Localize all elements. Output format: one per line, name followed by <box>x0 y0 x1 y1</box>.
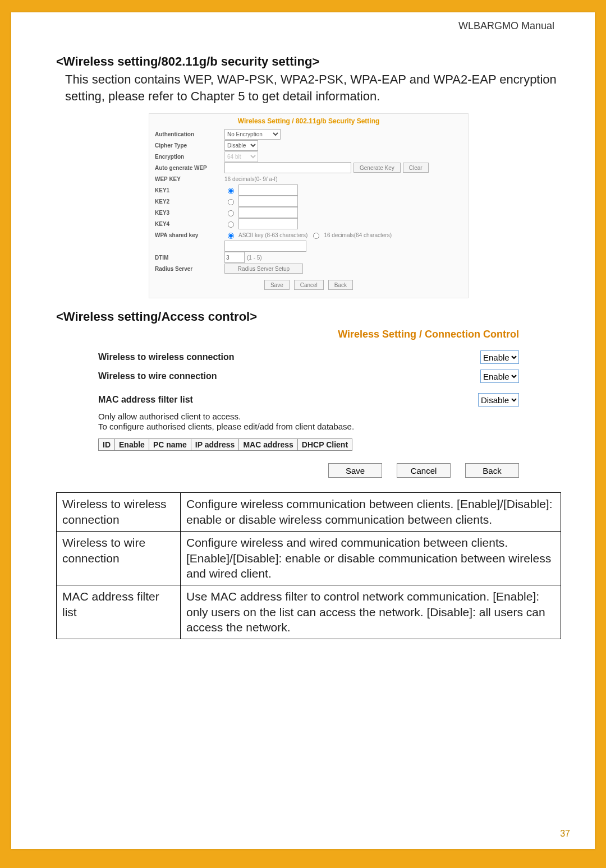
cc-mac-label: MAC address filter list <box>98 395 193 405</box>
cc-mac-select[interactable]: Disable <box>478 393 519 407</box>
key1-label: KEY1 <box>155 187 222 193</box>
exp-v-1: Configure wireless and wired communicati… <box>181 531 561 585</box>
sec-save-button[interactable]: Save <box>264 280 290 290</box>
key3-label: KEY3 <box>155 210 222 216</box>
mac-filter-table: ID Enable PC name IP address MAC address… <box>98 438 352 451</box>
page: WLBARGMO Manual <Wireless setting/802.11… <box>11 12 595 849</box>
radius-setup-button[interactable]: Radius Server Setup <box>224 264 303 274</box>
section-body-security: This section contains WEP, WAP-PSK, WPA2… <box>56 71 561 104</box>
autogen-label: Auto generate WEP <box>155 165 222 171</box>
key3-radio[interactable] <box>228 210 234 216</box>
key1-input[interactable] <box>238 184 298 196</box>
security-settings-panel: Wireless Setting / 802.11g/b Security Se… <box>149 113 469 298</box>
cipher-select[interactable]: Disable <box>224 140 258 151</box>
cipher-label: Cipher Type <box>155 142 222 149</box>
mac-col-pcname: PC name <box>149 439 191 451</box>
cc-title: Wireless Setting / Connection Control <box>98 329 519 340</box>
wpa-label: WPA shared key <box>155 232 222 238</box>
manual-title: WLBARGMO Manual <box>56 20 561 32</box>
radius-label: Radius Server <box>155 266 222 272</box>
auth-label: Authentication <box>155 131 222 137</box>
generate-key-button[interactable]: Generate Key <box>354 163 401 173</box>
cc-back-button[interactable]: Back <box>465 463 519 478</box>
cc-w2w-label: Wireless to wireless connection <box>98 352 235 362</box>
dtim-range: (1 - 5) <box>247 255 262 261</box>
enc-label: Encryption <box>155 154 222 160</box>
key4-radio[interactable] <box>228 221 234 228</box>
cc-w2w-select[interactable]: Enable <box>480 350 519 364</box>
connection-control-panel: Wireless Setting / Connection Control Wi… <box>98 329 519 478</box>
exp-v-0: Configure wireless communication between… <box>181 493 561 531</box>
clear-button[interactable]: Clear <box>403 163 429 173</box>
sec-back-button[interactable]: Back <box>328 280 353 290</box>
cc-save-button[interactable]: Save <box>328 463 382 478</box>
exp-k-1: Wireless to wire connection <box>57 531 181 585</box>
cc-cancel-button[interactable]: Cancel <box>397 463 451 478</box>
mac-col-mac: MAC address <box>239 439 297 451</box>
page-number: 37 <box>560 829 570 839</box>
sec-cancel-button[interactable]: Cancel <box>294 280 324 290</box>
mac-col-enable: Enable <box>115 439 149 451</box>
key4-input[interactable] <box>238 218 298 229</box>
key4-label: KEY4 <box>155 221 222 227</box>
dtim-label: DTIM <box>155 255 222 261</box>
ascii-radio[interactable] <box>228 233 234 239</box>
explanation-table: Wireless to wireless connection Configur… <box>56 492 561 639</box>
mac-col-ip: IP address <box>191 439 239 451</box>
dtim-input[interactable] <box>224 252 245 263</box>
section-title-security: <Wireless setting/802.11g/b security set… <box>56 54 561 69</box>
key3-input[interactable] <box>238 207 298 218</box>
mac-col-id: ID <box>99 439 115 451</box>
auth-select[interactable]: No Encryption <box>224 129 281 140</box>
cc-w2wire-select[interactable]: Enable <box>480 370 519 383</box>
security-panel-title: Wireless Setting / 802.11g/b Security Se… <box>155 117 462 125</box>
cc-w2wire-label: Wireless to wire connection <box>98 371 217 381</box>
enc-select: 64 bit <box>224 151 258 162</box>
ascii-label: ASCII key (8-63 characters) <box>238 232 307 238</box>
exp-v-2: Use MAC address filter to control networ… <box>181 585 561 639</box>
key2-input[interactable] <box>238 196 298 207</box>
dec64-label: 16 decimals(64 characters) <box>324 232 392 238</box>
cc-helper2: To configure authorised clients, please … <box>98 421 519 432</box>
dec64-radio[interactable] <box>313 233 319 239</box>
wepkey-label: WEP KEY <box>155 176 222 182</box>
key2-label: KEY2 <box>155 198 222 205</box>
key2-radio[interactable] <box>228 199 234 205</box>
autogen-input[interactable] <box>224 162 351 173</box>
key1-radio[interactable] <box>228 188 234 194</box>
exp-k-2: MAC address filter list <box>57 585 181 639</box>
wpa-input[interactable] <box>224 241 306 252</box>
section-title-access: <Wireless setting/Access control> <box>56 310 561 324</box>
mac-col-dhcp: DHCP Client <box>297 439 352 451</box>
exp-k-0: Wireless to wireless connection <box>57 493 181 531</box>
wepkey-hint: 16 decimals(0- 9/ a-f) <box>224 176 277 182</box>
